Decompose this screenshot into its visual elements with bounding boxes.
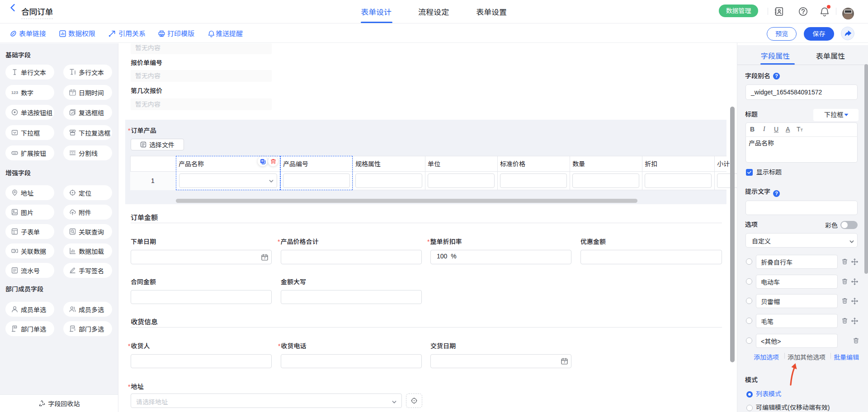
svg-text:7: 7 [71,91,73,95]
svg-text:7: 7 [563,360,565,364]
svg-text:7: 7 [264,256,265,260]
